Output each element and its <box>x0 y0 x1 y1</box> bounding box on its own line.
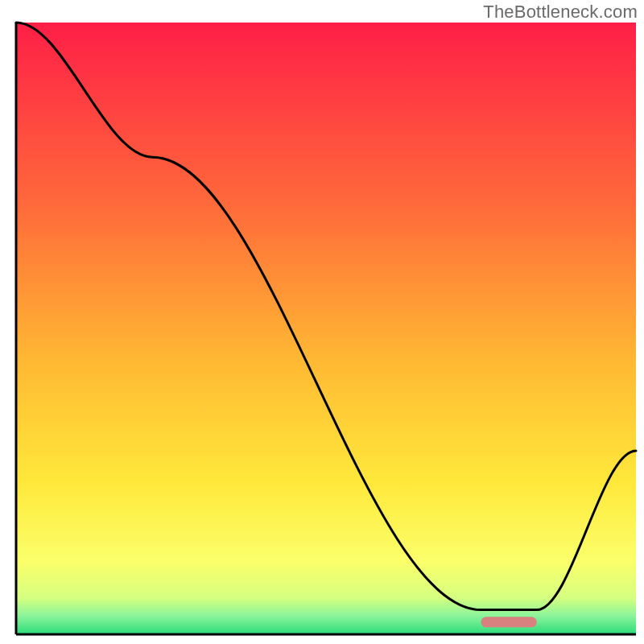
watermark-text: TheBottleneck.com <box>483 2 638 23</box>
bottleneck-chart <box>0 0 644 644</box>
chart-background <box>16 23 636 634</box>
optimum-marker <box>481 617 537 627</box>
chart-container: TheBottleneck.com <box>0 0 644 644</box>
